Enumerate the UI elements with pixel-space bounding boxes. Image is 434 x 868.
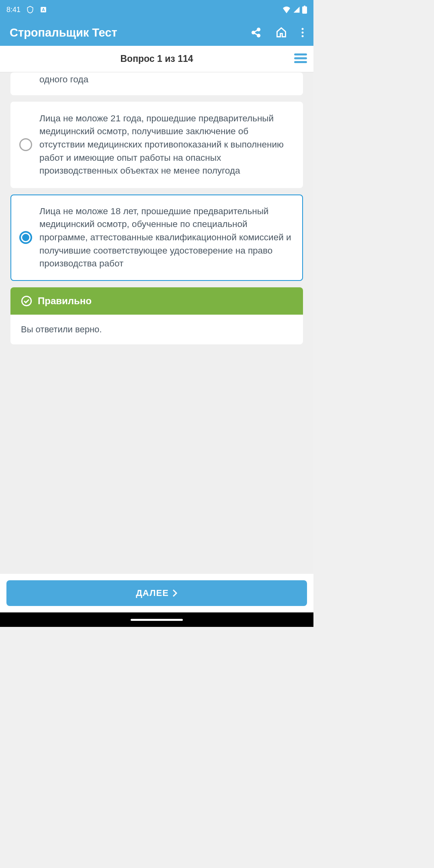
svg-point-4 <box>257 28 260 31</box>
svg-line-7 <box>254 30 258 32</box>
svg-point-6 <box>257 34 260 37</box>
svg-rect-13 <box>294 57 307 59</box>
result-title: Правильно <box>38 295 92 307</box>
home-icon[interactable] <box>276 27 287 38</box>
answer-text: одного года <box>39 73 88 86</box>
next-button-label: ДАЛЕЕ <box>136 588 169 598</box>
svg-rect-14 <box>294 61 307 63</box>
status-bar: 8:41 A <box>0 0 313 19</box>
check-circle-icon <box>21 295 32 307</box>
navigation-bar <box>0 612 313 627</box>
answer-text: Лица не моложе 18 лет, прошедшие предвар… <box>39 205 294 270</box>
status-time: 8:41 <box>6 6 20 14</box>
question-header: Вопрос 1 из 114 <box>0 46 313 72</box>
radio-unchecked-icon <box>19 138 32 151</box>
footer: ДАЛЕЕ <box>0 574 313 612</box>
answer-option-partial[interactable]: одного года <box>10 72 303 95</box>
content-area: одного года Лица не моложе 21 года, прош… <box>0 72 313 574</box>
next-button[interactable]: ДАЛЕЕ <box>6 580 307 606</box>
svg-point-10 <box>302 32 304 34</box>
question-counter: Вопрос 1 из 114 <box>120 53 193 64</box>
answer-option-2[interactable]: Лица не моложе 21 года, прошедшие предва… <box>10 102 303 188</box>
nav-handle[interactable] <box>131 619 183 621</box>
radio-checked-icon <box>19 231 32 244</box>
signal-icon <box>293 6 301 13</box>
answer-option-3[interactable]: Лица не моложе 18 лет, прошедшие предвар… <box>10 194 303 281</box>
more-icon[interactable] <box>301 28 304 37</box>
app-title: Стропальщик Тест <box>10 26 117 39</box>
svg-rect-3 <box>304 6 305 7</box>
svg-point-5 <box>252 31 255 34</box>
svg-rect-12 <box>294 53 307 55</box>
svg-point-15 <box>22 296 31 305</box>
wifi-icon <box>282 6 291 13</box>
svg-text:A: A <box>42 7 45 12</box>
svg-point-9 <box>302 28 304 30</box>
share-icon[interactable] <box>251 27 261 38</box>
result-card: Правильно Вы ответили верно. <box>10 287 303 344</box>
battery-icon <box>302 6 307 14</box>
svg-rect-2 <box>302 6 307 14</box>
result-body: Вы ответили верно. <box>10 315 303 344</box>
menu-icon[interactable] <box>294 53 307 65</box>
svg-point-11 <box>302 35 304 37</box>
chevron-right-icon <box>172 589 178 597</box>
translate-icon: A <box>40 6 47 13</box>
svg-line-8 <box>254 33 258 35</box>
result-header: Правильно <box>10 287 303 315</box>
shield-icon <box>26 6 34 14</box>
answer-text: Лица не моложе 21 года, прошедшие предва… <box>39 112 294 178</box>
app-bar: Стропальщик Тест <box>0 19 313 46</box>
